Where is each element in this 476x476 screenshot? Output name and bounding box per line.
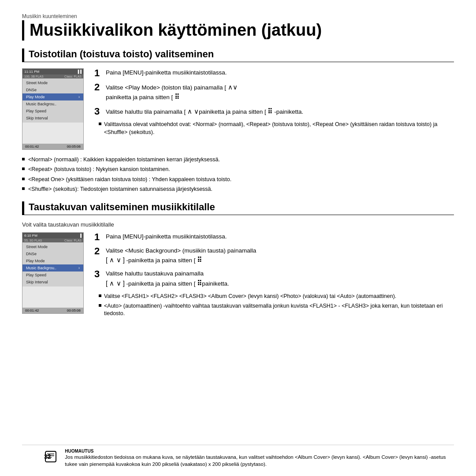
menu-item: Play Speed	[22, 108, 83, 115]
device2-time: 6:10 PM	[24, 234, 37, 238]
device1-track: 100, 3B FLAS	[24, 75, 44, 78]
device1-class: Class: FLAS	[64, 75, 82, 78]
menu-item: Play Mode›	[22, 93, 83, 100]
device2-class: Class: FLAS	[64, 239, 82, 242]
device2-time-cur: 00:01:42	[25, 309, 39, 312]
step3-text: Valitse haluttu tila painamalla [ ∧ ∨pai…	[106, 107, 454, 117]
section2-subtitle: Voit valita taustakuvan musiikkitilalle	[22, 221, 454, 228]
menu-item: Skip Interval	[22, 115, 83, 122]
s2-step1-text: Paina [MENU]-painiketta musiikintaistoti…	[106, 232, 454, 241]
device-screen-2: 6:10 PM ▐ 55, 3G FLAS Class: FLAS Street…	[22, 232, 84, 314]
s2-step2-text: Valitse <Music Background> (musiikin tau…	[106, 246, 454, 265]
menu-item: DNSe	[22, 250, 83, 257]
device2-battery: ▐	[79, 234, 82, 238]
menu-item: Skip Interval	[22, 279, 83, 286]
note-item: <Repeat> (toistuva toisto) : Nykyisen ka…	[22, 166, 454, 174]
device1-time-cur: 00:01:42	[25, 145, 39, 149]
footer-label: HUOMAUTUS	[65, 449, 454, 454]
s2-step2-num: 2	[94, 246, 102, 256]
section1-title: Toistotilan (toistuva toisto) valitsemin…	[22, 48, 454, 62]
s2-step3-num: 3	[94, 269, 102, 279]
menu-item: Play Mode	[22, 257, 83, 264]
menu-item: DNSe	[22, 86, 83, 93]
section2-title: Taustakuvan valitseminen musiikkitilalle	[22, 201, 454, 215]
menu-item: Street Mode	[22, 243, 83, 250]
breadcrumb: Musiikin kuunteleminen	[22, 13, 454, 19]
menu-item: Play Speed	[22, 271, 83, 279]
note-item: <Repeat One> (yksittäisen raidan toistuv…	[22, 176, 454, 184]
page-number: 32	[44, 453, 51, 460]
device1-time: 11:11 PM	[24, 70, 39, 74]
s2-step3-text: Valitse haluttu taustakuva painamalla [ …	[106, 269, 454, 288]
step1-num: 1	[94, 68, 102, 78]
device1-time-total: 00:05:06	[67, 145, 81, 149]
device1-battery: ▐▐	[77, 70, 82, 74]
device2-track: 55, 3G FLAS	[24, 239, 42, 242]
menu-item: Music Backgrou..›	[22, 264, 83, 271]
device-screen-1: 11:11 PM ▐▐ 100, 3B FLAS Class: FLAS Str…	[22, 68, 84, 150]
steps-section2: 1 Paina [MENU]-painiketta musiikintaisto…	[94, 232, 454, 320]
device2-time-total: 00:05:06	[67, 309, 81, 312]
note-item: <Shuffle> (sekoitus): Tiedostojen toista…	[22, 186, 454, 193]
s1-bullet1: Valittavissa olevat vaihtoehdot ovat: <N…	[104, 121, 454, 136]
menu-item: Street Mode	[22, 79, 83, 86]
s2-bullet1: Valitse <FLASH1> <FLASH2> <FLASH3> <Albu…	[104, 293, 396, 301]
footer: 32 HUOMAUTUS Jos musiikkitiedoston tiedo…	[22, 445, 454, 468]
s2-step1-num: 1	[94, 232, 102, 242]
step3-num: 3	[94, 107, 102, 116]
steps-section1: 1 Paina [MENU]-painiketta musiikintaisto…	[94, 68, 454, 150]
section-play-mode: Toistotilan (toistuva toisto) valitsemin…	[22, 48, 454, 193]
note-item: <Normal> (normaali) : Kaikkien kappaleid…	[22, 156, 454, 164]
s2-bullet2: <Auto> (automaattinen) -vaihtoehto vaiht…	[104, 302, 454, 318]
main-title: Musiikkivalikon käyttöminen (jatkuu)	[22, 20, 454, 41]
step2-num: 2	[94, 82, 102, 92]
footer-text: Jos musiikkitiedoston tiedoissa on mukan…	[65, 454, 454, 468]
section1-notes: <Normal> (normaali) : Kaikkien kappaleid…	[22, 156, 454, 193]
step1-text: Paina [MENU]-painiketta musiikintaistoti…	[106, 68, 454, 77]
step2-text: Valitse <Play Mode> (toiston tila) paina…	[106, 82, 454, 102]
menu-item: Music Backgrou..	[22, 100, 83, 108]
section-background: Taustakuvan valitseminen musiikkitilalle…	[22, 201, 454, 320]
